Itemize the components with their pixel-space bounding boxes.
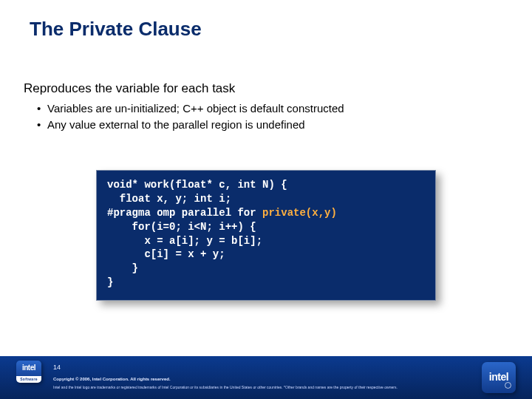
slide: The Private Clause Reproduces the variab… (0, 0, 532, 399)
slide-body: Reproduces the variable for each task Va… (24, 81, 508, 133)
code-block: void* work(float* c, int N) { float x, y… (96, 170, 436, 301)
badge-sublabel: Software (16, 376, 41, 383)
intel-wordmark: intel (16, 364, 41, 372)
bullet-list: Variables are un-initialized; C++ object… (24, 100, 508, 133)
copyright-text: Copyright © 2006, Intel Corporation. All… (53, 377, 171, 381)
code-line: c[i] = x + y; (107, 248, 225, 260)
code-line: for(i=0; i<N; i++) { (107, 221, 256, 233)
code-keyword: private(x,y) (262, 207, 337, 219)
slide-title: The Private Clause (30, 18, 202, 41)
code-line: } (107, 262, 138, 274)
intel-logo-icon: intel (482, 362, 516, 393)
legal-text: Intel and the Intel logo are trademarks … (53, 386, 473, 390)
intel-wordmark: intel (482, 371, 516, 383)
logo-swirl-icon (505, 382, 511, 389)
lead-text: Reproduces the variable for each task (24, 81, 508, 96)
code-line: #pragma omp parallel for (107, 207, 262, 219)
intel-software-badge-icon: intel Software (16, 361, 41, 383)
footer-bar: intel Software 14 Copyright © 2006, Inte… (0, 356, 532, 399)
bullet-item: Variables are un-initialized; C++ object… (37, 100, 508, 117)
code-line: float x, y; int i; (107, 193, 231, 205)
bullet-item: Any value external to the parallel regio… (37, 117, 508, 133)
code-line: x = a[i]; y = b[i]; (107, 235, 262, 247)
code-line: void* work(float* c, int N) { (107, 179, 287, 191)
page-number: 14 (53, 364, 61, 371)
code-line: } (107, 276, 113, 288)
